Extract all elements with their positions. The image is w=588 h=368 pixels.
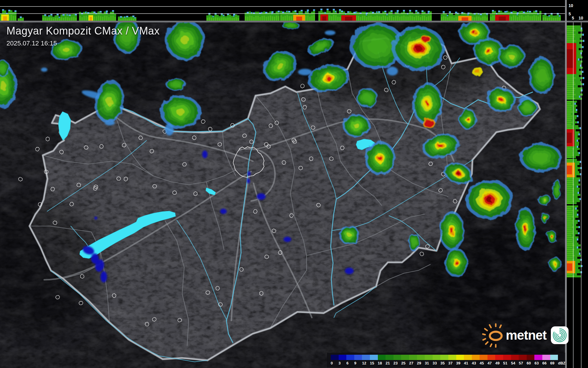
legend-box-63 xyxy=(534,355,542,360)
legend-label: 21 xyxy=(386,361,393,365)
radar-echo xyxy=(445,248,468,277)
legend-box-27 xyxy=(409,355,417,360)
legend-box-57 xyxy=(519,355,527,360)
radar-echo xyxy=(343,114,370,138)
top-axis-5km-label: 5 xyxy=(569,12,571,16)
legend-box-66 xyxy=(542,355,550,360)
legend-box-41 xyxy=(464,355,472,360)
brand-name: metnet xyxy=(506,328,546,343)
top-profile-strip xyxy=(0,0,565,21)
right-profile-strip xyxy=(567,22,588,368)
legend-label: 41 xyxy=(464,361,472,365)
legend-box-47 xyxy=(487,355,495,360)
legend-label: 9 xyxy=(354,361,362,365)
map-canvas xyxy=(0,22,565,368)
legend-label: 0 xyxy=(331,361,339,365)
legend-box-12 xyxy=(362,355,370,360)
legend-label: 49 xyxy=(495,361,503,365)
radar-echo xyxy=(549,257,561,272)
legend-label: 39 xyxy=(456,361,464,365)
radar-echo xyxy=(408,233,420,252)
legend-label: 12 xyxy=(362,361,370,365)
legend-label: 18 xyxy=(378,361,386,365)
legend-label: 51 xyxy=(503,361,511,365)
legend-box-3 xyxy=(339,355,347,360)
radar-echo xyxy=(552,178,561,200)
radar-echo xyxy=(459,109,477,129)
radar-echo xyxy=(465,180,513,220)
legend-label: 43 xyxy=(472,361,480,365)
metnet-app-icon xyxy=(551,326,569,344)
legend-box-37 xyxy=(448,355,456,360)
legend-label: 6 xyxy=(346,361,354,365)
legend-box-6 xyxy=(346,355,354,360)
legend-label: 60 xyxy=(527,361,535,365)
legend-label: 69 xyxy=(550,361,558,365)
radar-echo xyxy=(547,230,557,242)
legend-label: 47 xyxy=(487,361,495,365)
radar-echo xyxy=(356,88,378,107)
vertical-divider xyxy=(565,0,567,368)
radar-echo xyxy=(439,211,464,251)
radar-echo xyxy=(472,67,483,76)
legend-box-60 xyxy=(527,355,535,360)
legend-label: 23 xyxy=(393,361,401,365)
legend-box-33 xyxy=(433,355,441,360)
top-axis-10km-label: 10 xyxy=(569,4,573,8)
page-title: Magyar Kompozit CMax / VMax xyxy=(6,25,160,37)
legend-box-43 xyxy=(472,355,480,360)
legend-label: 45 xyxy=(480,361,487,365)
radar-echo xyxy=(160,95,201,128)
dbz-legend: 0369121518212325272931333537394143454749… xyxy=(327,353,565,367)
legend-box-29 xyxy=(417,355,425,360)
legend-label: 37 xyxy=(448,361,456,365)
legend-box-21 xyxy=(386,355,393,360)
right-axis-10km-label: 10 xyxy=(579,16,583,20)
legend-unit: dBZ xyxy=(558,361,565,365)
legend-label: 35 xyxy=(440,361,448,365)
legend-box-15 xyxy=(370,355,378,360)
legend-label: 29 xyxy=(417,361,425,365)
legend-label: 3 xyxy=(339,361,347,365)
radar-echo xyxy=(518,99,537,117)
legend-box-31 xyxy=(425,355,433,360)
right-axis-5km-label: 5 xyxy=(572,16,574,20)
radar-echo xyxy=(423,118,435,129)
legend-label: 31 xyxy=(425,361,433,365)
radar-echo xyxy=(541,213,550,223)
title-block: Magyar Kompozit CMax / VMax 2025.07.12 1… xyxy=(6,25,160,47)
legend-box-35 xyxy=(440,355,448,360)
radar-echo xyxy=(365,141,395,175)
legend-label: 63 xyxy=(534,361,542,365)
legend-labels: 0369121518212325272931333537394143454749… xyxy=(331,361,566,365)
legend-label: 54 xyxy=(511,361,519,365)
legend-label: 57 xyxy=(519,361,527,365)
page-timestamp: 2025.07.12 16:15 xyxy=(6,40,160,47)
top-profile-chart xyxy=(0,0,565,21)
right-profile-chart xyxy=(567,22,588,368)
radar-map: Magyar Kompozit CMax / VMax 2025.07.12 1… xyxy=(0,22,565,368)
legend-label: 33 xyxy=(433,361,441,365)
sun-icon xyxy=(482,323,508,348)
radar-composite-app: 10 5 5 10 xyxy=(0,0,588,368)
radar-echo xyxy=(529,57,555,94)
legend-label: 66 xyxy=(542,361,550,365)
legend-box-0 xyxy=(331,355,339,360)
radar-echo xyxy=(520,143,562,172)
legend-box-54 xyxy=(511,355,519,360)
radar-echo xyxy=(166,78,186,91)
legend-label: 25 xyxy=(401,361,409,365)
legend-label: 15 xyxy=(370,361,378,365)
legend-box-49 xyxy=(495,355,503,360)
metnet-logo[interactable]: metnet xyxy=(482,323,569,348)
radar-echo xyxy=(538,194,551,205)
legend-box-25 xyxy=(401,355,409,360)
legend-label: 27 xyxy=(409,361,417,365)
profile-axis-corner: 10 5 5 10 xyxy=(567,0,588,21)
radar-echo xyxy=(421,36,431,43)
legend-box-39 xyxy=(456,355,464,360)
legend-box-18 xyxy=(378,355,386,360)
radar-echo xyxy=(339,225,360,245)
legend-box-9 xyxy=(354,355,362,360)
radar-echo xyxy=(515,207,536,251)
